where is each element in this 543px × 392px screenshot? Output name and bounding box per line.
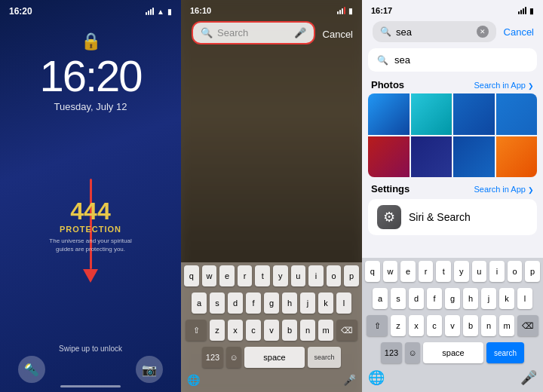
search-key[interactable]: search [308, 347, 341, 368]
r-keyboard-row-4: 123 ☺ space search [362, 339, 543, 366]
r-key-n[interactable]: n [481, 315, 496, 336]
suggestion-search-icon: 🔍 [377, 55, 388, 66]
key-h[interactable]: h [282, 292, 297, 314]
key-v[interactable]: v [264, 320, 279, 341]
key-i[interactable]: i [308, 265, 324, 286]
key-o[interactable]: o [327, 265, 342, 286]
r-key-t[interactable]: t [436, 261, 451, 282]
backspace-key[interactable]: ⌫ [336, 320, 357, 341]
photo-1[interactable] [368, 93, 410, 135]
r-space-key[interactable]: space [423, 342, 483, 363]
number-key[interactable]: 123 [202, 347, 223, 368]
r-key-k[interactable]: k [499, 288, 514, 309]
shift-key[interactable]: ⇧ [186, 320, 207, 341]
key-x[interactable]: x [228, 320, 243, 341]
space-key[interactable]: space [244, 347, 305, 368]
r-key-d[interactable]: d [409, 288, 424, 309]
r-key-o[interactable]: o [508, 261, 523, 282]
r-emoji-key[interactable]: ☺ [405, 342, 420, 363]
key-y[interactable]: y [273, 265, 288, 286]
photo-6[interactable] [411, 136, 452, 178]
key-q[interactable]: q [184, 265, 199, 286]
keyboard-row-2: a s d f g h j k l [181, 289, 362, 317]
r-backspace-key[interactable]: ⌫ [517, 315, 538, 336]
photo-8[interactable] [496, 136, 538, 178]
key-a[interactable]: a [192, 292, 207, 314]
key-m[interactable]: m [318, 320, 333, 341]
photos-title: Photos [371, 79, 404, 90]
r-key-j[interactable]: j [481, 288, 496, 309]
mic-key[interactable]: 🎤 [343, 374, 356, 386]
key-c[interactable]: c [246, 320, 261, 341]
r-key-h[interactable]: h [463, 288, 478, 309]
photo-4[interactable] [496, 93, 538, 135]
spotlight-keyboard: q w e r t y u i o p a s d f g h j k l [181, 262, 362, 392]
r-shift-key[interactable]: ⇧ [367, 315, 388, 336]
key-t[interactable]: t [255, 265, 270, 286]
settings-title: Settings [371, 183, 410, 194]
spotlight-search-bar[interactable]: 🔍 Search 🎤 [192, 21, 315, 44]
suggestion-row[interactable]: 🔍 sea [368, 48, 537, 72]
key-e[interactable]: e [219, 265, 235, 286]
emoji-key[interactable]: ☺ [226, 347, 241, 368]
results-status-icons: ▮ [518, 7, 534, 15]
results-search-bar[interactable]: 🔍 sea ✕ [373, 21, 496, 42]
photo-2[interactable] [411, 93, 452, 135]
key-l[interactable]: l [336, 292, 351, 314]
key-r[interactable]: r [238, 265, 253, 286]
r-search-key[interactable]: search [486, 342, 524, 363]
key-w[interactable]: w [202, 265, 217, 286]
r-key-r[interactable]: r [419, 261, 434, 282]
key-g[interactable]: g [264, 292, 279, 314]
settings-search-in-app[interactable]: Search in App ❯ [474, 185, 534, 194]
r-number-key[interactable]: 123 [381, 342, 402, 363]
flashlight-button[interactable]: 🔦 [18, 356, 45, 383]
key-j[interactable]: j [300, 292, 315, 314]
r-key-b[interactable]: b [463, 315, 478, 336]
r-key-a[interactable]: a [373, 288, 388, 309]
r-key-c[interactable]: c [427, 315, 442, 336]
globe-key[interactable]: 🌐 [187, 374, 200, 386]
lock-text-overlay: 444 PROTECTION The universe and your spi… [45, 199, 136, 253]
results-cancel-button[interactable]: Cancel [504, 26, 534, 38]
r-key-e[interactable]: e [400, 261, 416, 282]
key-f[interactable]: f [246, 292, 261, 314]
protection-label: PROTECTION [45, 225, 136, 234]
photo-5[interactable] [368, 136, 410, 178]
key-s[interactable]: s [210, 292, 225, 314]
r-key-v[interactable]: v [445, 315, 460, 336]
photos-search-in-app[interactable]: Search in App ❯ [474, 81, 534, 90]
r-key-g[interactable]: g [445, 288, 460, 309]
r-key-u[interactable]: u [472, 261, 487, 282]
r-key-z[interactable]: z [391, 315, 406, 336]
r-key-q[interactable]: q [365, 261, 380, 282]
key-b[interactable]: b [282, 320, 297, 341]
r-key-x[interactable]: x [409, 315, 424, 336]
keyboard-row-3: ⇧ z x c v b n m ⌫ [181, 317, 362, 344]
clear-search-button[interactable]: ✕ [477, 26, 489, 38]
spotlight-search-row: 🔍 Search 🎤 Cancel [181, 18, 362, 47]
photo-7[interactable] [453, 136, 495, 178]
siri-search-row[interactable]: ⚙ Siri & Search [368, 199, 537, 235]
r-mic-key[interactable]: 🎤 [520, 369, 537, 386]
r-key-f[interactable]: f [427, 288, 442, 309]
r-globe-key[interactable]: 🌐 [368, 369, 385, 386]
key-z[interactable]: z [210, 320, 225, 341]
key-u[interactable]: u [291, 265, 306, 286]
r-key-w[interactable]: w [383, 261, 398, 282]
photo-3[interactable] [453, 93, 495, 135]
r-key-p[interactable]: p [525, 261, 540, 282]
camera-button[interactable]: 📷 [136, 356, 163, 383]
r-key-l[interactable]: l [517, 288, 532, 309]
r-key-m[interactable]: m [499, 315, 514, 336]
r-key-i[interactable]: i [489, 261, 505, 282]
key-n[interactable]: n [300, 320, 315, 341]
results-status-bar: 16:17 ▮ [362, 0, 543, 18]
r-key-y[interactable]: y [454, 261, 469, 282]
key-d[interactable]: d [228, 292, 243, 314]
key-p[interactable]: p [344, 265, 359, 286]
spotlight-cancel-button[interactable]: Cancel [323, 29, 353, 40]
mic-icon[interactable]: 🎤 [294, 27, 306, 38]
r-key-s[interactable]: s [391, 288, 406, 309]
key-k[interactable]: k [318, 292, 333, 314]
